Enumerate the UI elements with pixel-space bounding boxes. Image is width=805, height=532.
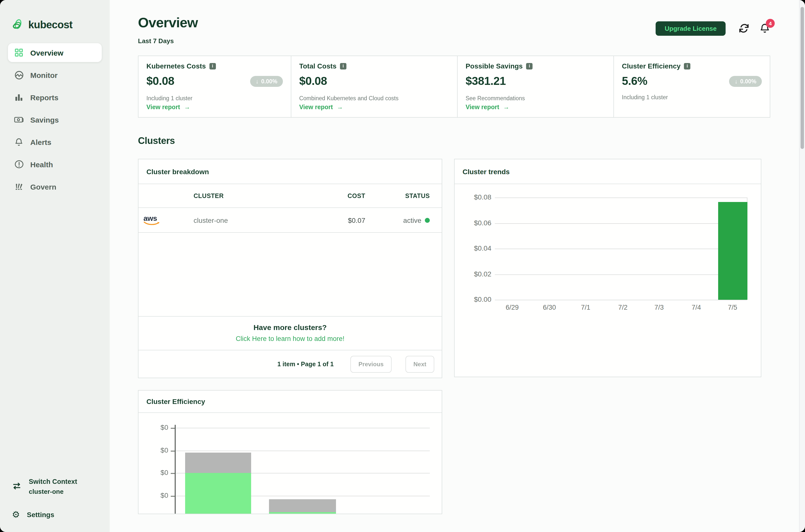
cluster-trends-title: Cluster trends	[463, 168, 510, 175]
main-content: Overview Last 7 Days Upgrade License	[110, 0, 805, 532]
table-row[interactable]: aws cluster-one $0.07 active	[138, 208, 442, 233]
info-icon[interactable]: i	[340, 63, 346, 69]
brand-name: kubecost	[28, 19, 73, 31]
y-tick-label: $0	[138, 469, 168, 476]
refresh-icon	[739, 23, 749, 34]
stat-subtext: See Recommendations	[465, 95, 606, 101]
sidebar-item-savings[interactable]: Savings	[8, 110, 102, 129]
aws-smile-icon	[143, 221, 160, 226]
x-tick-label: 7/2	[606, 304, 640, 311]
pagination-bar: 1 item • Page 1 of 1 Previous Next	[138, 350, 442, 378]
switch-context-title: Switch Context	[29, 478, 77, 486]
column-header-cost[interactable]: COST	[286, 192, 365, 199]
view-report-link[interactable]: View report→	[465, 104, 606, 111]
sidebar-item-govern[interactable]: Govern	[8, 177, 102, 196]
more-clusters-title: Have more clusters?	[138, 323, 442, 331]
cluster-breakdown-title: Cluster breakdown	[147, 168, 209, 175]
efficiency-bar	[185, 452, 251, 514]
y-tick-mark	[171, 451, 175, 451]
change-badge: ↓0.00%	[250, 76, 283, 87]
date-range-label: Last 7 Days	[138, 37, 198, 45]
stat-value: $381.21	[465, 74, 506, 88]
upgrade-license-button[interactable]: Upgrade License	[656, 21, 726, 36]
x-tick-label: 7/1	[568, 304, 603, 311]
view-report-label: View report	[465, 104, 499, 111]
y-axis-line	[175, 425, 175, 514]
view-report-link[interactable]: View report→	[147, 104, 283, 111]
y-tick-mark	[171, 428, 175, 429]
stat-value: 5.6%	[622, 74, 647, 88]
stat-cards-row: Kubernetes Costs i $0.08 ↓0.00% Includin…	[138, 56, 770, 118]
stat-subtext: Including 1 cluster	[622, 94, 762, 100]
more-clusters-box: Have more clusters? Click Here to learn …	[138, 316, 442, 350]
notification-count-badge: 4	[766, 19, 775, 27]
sidebar-item-monitor[interactable]: Monitor	[8, 65, 102, 84]
page-header: Overview Last 7 Days Upgrade License	[138, 15, 770, 45]
previous-page-button[interactable]: Previous	[351, 356, 391, 373]
sidebar-item-label: Reports	[30, 93, 58, 101]
stat-title: Cluster Efficiency	[622, 62, 681, 70]
info-icon[interactable]: i	[684, 63, 691, 69]
stat-card-kubernetes-costs: Kubernetes Costs i $0.08 ↓0.00% Includin…	[138, 56, 291, 117]
y-tick-label: $0.08	[455, 193, 491, 201]
next-page-button[interactable]: Next	[405, 356, 434, 373]
cluster-efficiency-header: Cluster Efficiency	[138, 391, 442, 413]
y-gridline	[175, 428, 430, 428]
column-header-cluster[interactable]: CLUSTER	[194, 192, 286, 199]
govern-columns-icon	[14, 182, 24, 192]
cluster-status-cell: active	[365, 216, 430, 224]
add-clusters-link[interactable]: Click Here to learn how to add more!	[236, 335, 344, 342]
refresh-button[interactable]	[739, 23, 749, 34]
alerts-bell-icon	[14, 137, 24, 147]
cluster-efficiency-title: Cluster Efficiency	[147, 398, 205, 405]
stat-value: $0.08	[299, 74, 327, 88]
stat-title: Total Costs	[299, 62, 337, 70]
settings-button[interactable]: ⚙ Settings	[12, 510, 110, 519]
cluster-efficiency-card: Cluster Efficiency $0$0$0$0	[138, 390, 442, 514]
trend-bar	[718, 202, 747, 300]
savings-banknote-icon	[14, 115, 24, 125]
y-tick-label: $0	[138, 491, 168, 499]
efficiency-bar-used	[269, 512, 336, 514]
stat-subtext: Including 1 cluster	[147, 95, 283, 101]
x-tick-label: 6/30	[532, 304, 567, 311]
info-icon[interactable]: i	[526, 63, 533, 69]
sidebar-item-alerts[interactable]: Alerts	[8, 133, 102, 151]
y-tick-label: $0	[138, 446, 168, 454]
cluster-cost-cell: $0.07	[286, 216, 365, 224]
notifications-button[interactable]: 4	[759, 23, 770, 34]
y-gridline	[175, 451, 430, 451]
view-report-link[interactable]: View report→	[299, 104, 449, 111]
cluster-name-cell: cluster-one	[194, 216, 286, 224]
kubecost-logo-icon	[11, 18, 24, 31]
y-tick-label: $0.04	[455, 244, 491, 252]
info-icon[interactable]: i	[209, 63, 216, 69]
app-window: kubecost Overview Mo	[0, 0, 805, 532]
monitor-pulse-icon	[14, 70, 24, 80]
trend-down-icon: ↓	[256, 78, 259, 84]
sidebar-item-reports[interactable]: Reports	[8, 88, 102, 107]
aws-logo-text: aws	[143, 215, 157, 221]
change-value: 0.00%	[740, 78, 756, 84]
pagination-summary: 1 item • Page 1 of 1	[277, 361, 334, 367]
status-label: active	[403, 216, 421, 224]
scrollbar-thumb[interactable]	[801, 7, 804, 149]
efficiency-bar-used	[185, 473, 251, 514]
column-header-status[interactable]: STATUS	[365, 192, 430, 199]
clusters-grid: Cluster breakdown CLUSTER COST STATUS aw…	[138, 159, 770, 514]
y-tick-label: $0.00	[455, 295, 491, 303]
aws-provider-logo: aws	[143, 215, 194, 226]
settings-label: Settings	[27, 511, 54, 519]
view-report-label: View report	[299, 104, 333, 111]
scrollbar-track[interactable]	[799, 0, 805, 532]
x-tick-label: 7/4	[679, 304, 714, 311]
brand-logo[interactable]: kubecost	[11, 18, 110, 31]
arrow-right-icon: →	[503, 104, 510, 111]
stat-value: $0.08	[147, 74, 174, 88]
sidebar-item-overview[interactable]: Overview	[8, 43, 102, 62]
cluster-trends-card: Cluster trends $0.08$0.06$0.04$0.02$0.00…	[454, 159, 761, 377]
switch-context-button[interactable]: Switch Context cluster-one	[12, 478, 110, 495]
efficiency-bar	[269, 499, 336, 514]
sidebar-item-health[interactable]: Health	[8, 155, 102, 174]
stat-card-total-costs: Total Costs i $0.08 Combined Kubernetes …	[291, 56, 457, 117]
